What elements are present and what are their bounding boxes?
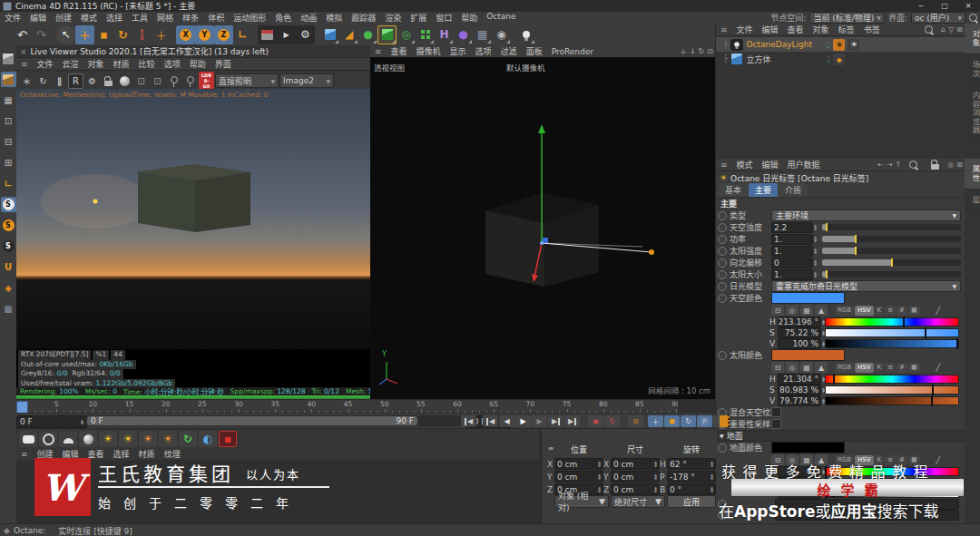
minimize-button[interactable]: ─ bbox=[909, 0, 933, 12]
visibility-dots-icon[interactable]: ··✓ bbox=[826, 40, 830, 49]
spinner-arrows[interactable]: ▲▼ bbox=[598, 461, 601, 467]
am-menu-2[interactable]: 用户数据 bbox=[783, 159, 825, 171]
render-preview-image[interactable] bbox=[16, 89, 370, 349]
scale-tool[interactable]: ◼ bbox=[94, 25, 113, 44]
animation-dot[interactable] bbox=[718, 443, 727, 453]
section-地面[interactable]: ▼地面 bbox=[716, 430, 965, 442]
cube-icon[interactable] bbox=[730, 54, 743, 65]
timeline-playhead[interactable] bbox=[16, 401, 28, 414]
menu-16[interactable]: 窗口 bbox=[431, 12, 456, 24]
side-tab-属性[interactable]: 属性 bbox=[965, 159, 980, 190]
spinner-arrows[interactable]: ▲▼ bbox=[814, 259, 817, 266]
pause-icon[interactable]: ∥ bbox=[52, 73, 67, 89]
coord-field-旋转-B[interactable]: 0 °▲▼ bbox=[667, 483, 716, 495]
capsule-material-icon[interactable] bbox=[59, 431, 77, 447]
hsv-marker[interactable] bbox=[956, 338, 958, 349]
tab-介质[interactable]: 介质 bbox=[779, 183, 808, 197]
color-swatch-太阳颜色[interactable] bbox=[771, 349, 845, 361]
vp-menu-2[interactable]: 显示 bbox=[446, 45, 471, 57]
menu-18[interactable]: Octane bbox=[482, 12, 520, 24]
lv-menu-0[interactable]: 文件 bbox=[33, 58, 58, 70]
record-motion[interactable]: ◉ bbox=[588, 415, 603, 427]
coord-field-尺寸-X[interactable]: 0 cm▲▼ bbox=[611, 458, 660, 470]
frame-range-slider[interactable]: 0 F 90 F bbox=[85, 415, 461, 426]
goto-prev-key[interactable]: ◀ bbox=[483, 415, 498, 427]
spinner-arrows[interactable]: ▲▼ bbox=[814, 271, 817, 278]
gizmo-center[interactable] bbox=[540, 241, 544, 245]
eyedropper-icon[interactable]: ╱ bbox=[932, 305, 945, 316]
side-tab-场次[interactable]: 场次 bbox=[965, 54, 980, 85]
camera-button[interactable]: ◉ bbox=[492, 25, 511, 44]
slider-功率[interactable] bbox=[822, 236, 961, 242]
current-frame-field[interactable]: 0 F▲▼ bbox=[16, 415, 87, 428]
next-frame[interactable]: ▶ bbox=[532, 415, 547, 427]
compact-view-icon[interactable]: ⊟ bbox=[771, 362, 784, 373]
material-hamburger-icon[interactable]: ≡ bbox=[16, 450, 33, 459]
value-field[interactable]: 1. bbox=[771, 269, 813, 280]
vp-menu-1[interactable]: 摄像机 bbox=[412, 45, 446, 57]
om-menu-0[interactable]: 文件 bbox=[732, 24, 758, 35]
hsv-value-S[interactable]: 80.983 % bbox=[778, 385, 821, 395]
slider-marker[interactable] bbox=[826, 223, 828, 231]
timeline-window[interactable] bbox=[717, 415, 732, 427]
picker-mode-RGB[interactable]: RGB bbox=[835, 306, 854, 316]
refresh-icon[interactable]: ↻ bbox=[35, 73, 51, 89]
region-render-icon[interactable]: R bbox=[68, 73, 83, 89]
color-wheel-icon[interactable]: ◎ bbox=[786, 362, 799, 373]
menu-2[interactable]: 创建 bbox=[51, 12, 76, 24]
image-picker-icon[interactable]: ▲ bbox=[815, 362, 828, 373]
animation-dot[interactable] bbox=[718, 235, 727, 244]
menu-4[interactable]: 选择 bbox=[102, 12, 127, 24]
menu-14[interactable]: 渲染 bbox=[380, 12, 406, 24]
settings-gear-icon[interactable]: ⚙ bbox=[84, 73, 100, 89]
live-viewer-tab[interactable]: × Live Viewer Studio 2020.1 [白无常工作室汉化] (… bbox=[16, 45, 370, 58]
coord-field-旋转-P[interactable]: -178 °▲▼ bbox=[667, 471, 716, 482]
hsv-marker[interactable] bbox=[903, 317, 905, 327]
om-search-icon[interactable] bbox=[919, 20, 938, 39]
prev-frame[interactable]: ◀ bbox=[499, 415, 514, 427]
material-ball-icon[interactable] bbox=[117, 73, 132, 89]
lv-menu-7[interactable]: 界面 bbox=[211, 58, 236, 70]
shaded-ball-icon[interactable] bbox=[79, 431, 97, 447]
z-axis-handle[interactable] bbox=[543, 238, 548, 243]
cube-primitive-button[interactable] bbox=[320, 25, 339, 44]
picker-mode-▦[interactable]: ▦ bbox=[908, 306, 920, 316]
color-swatch-天空颜色[interactable] bbox=[771, 292, 845, 304]
y-axis-lock[interactable]: Y bbox=[195, 25, 214, 44]
spinner-arrows[interactable]: ▲▼ bbox=[814, 248, 817, 254]
vp-menu-4[interactable]: 过滤 bbox=[496, 45, 522, 57]
coord-system-toggle[interactable]: ∟ bbox=[233, 25, 252, 44]
dropdown-类型[interactable]: 主要环境▼ bbox=[771, 210, 961, 221]
om-icon-3[interactable]: ⊞ bbox=[956, 25, 963, 34]
am-lock-icon[interactable] bbox=[926, 155, 945, 174]
key-parameter[interactable]: Ⓟ bbox=[697, 415, 712, 427]
animation-dot[interactable] bbox=[718, 351, 727, 360]
lv-menu-6[interactable]: 帮助 bbox=[185, 58, 211, 70]
spinner-arrows[interactable]: ▲▼ bbox=[654, 486, 657, 492]
menu-0[interactable]: 文件 bbox=[0, 12, 25, 24]
sky-texture-icon[interactable]: ☀ bbox=[139, 431, 157, 447]
hsv-slider-S[interactable] bbox=[825, 385, 959, 395]
hsv-slider-H[interactable] bbox=[825, 375, 959, 384]
picker-mode-≡[interactable]: ≡ bbox=[885, 363, 896, 373]
spinner-arrows[interactable]: ▲▼ bbox=[710, 486, 713, 492]
floor-button[interactable]: ▦ bbox=[473, 25, 492, 44]
enable-axis-icon[interactable]: ∟ bbox=[1, 176, 16, 191]
checkbox-重要性采样[interactable] bbox=[771, 419, 781, 429]
om-menu-1[interactable]: 编辑 bbox=[758, 24, 783, 35]
animation-dot[interactable] bbox=[718, 258, 727, 268]
record-auto[interactable]: ↻ bbox=[604, 415, 620, 427]
contrast-icon[interactable]: ◐ bbox=[199, 431, 217, 447]
spinner-arrows[interactable]: ▲▼ bbox=[598, 473, 601, 480]
hsv-slider-S[interactable] bbox=[825, 328, 959, 337]
vp-menu-0[interactable]: 查看 bbox=[387, 45, 412, 57]
goto-start[interactable]: ◀ bbox=[461, 415, 476, 427]
vp-menu-5[interactable]: 面板 bbox=[522, 45, 547, 57]
node-space-dropdown[interactable]: 当前 (标准/物理)▼ bbox=[809, 12, 885, 24]
value-field[interactable]: 1. bbox=[771, 246, 813, 257]
eyedropper-icon[interactable]: ╱ bbox=[932, 362, 945, 373]
color-wheel-icon[interactable]: ◎ bbox=[786, 305, 799, 316]
side-tab-对象[interactable]: 对象 bbox=[965, 24, 980, 54]
animation-dot[interactable] bbox=[718, 223, 727, 232]
value-field[interactable]: 2.2 bbox=[771, 222, 813, 233]
